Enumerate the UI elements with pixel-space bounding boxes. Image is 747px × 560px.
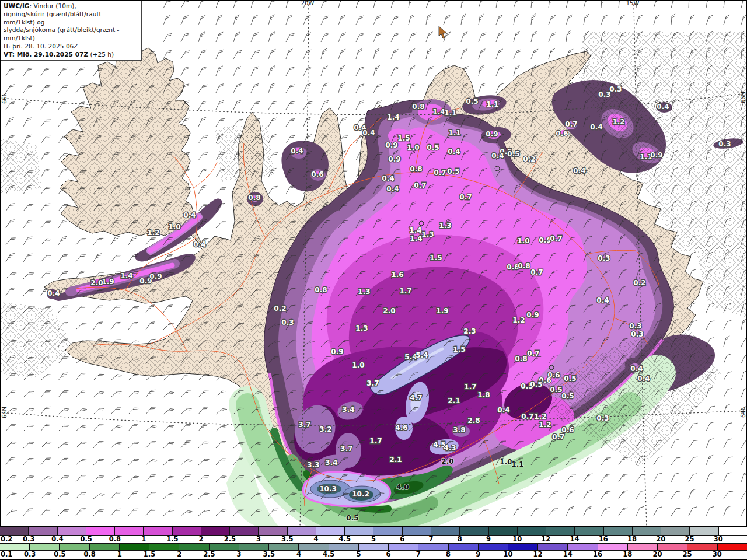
precip-value-label: 3.8: [453, 426, 465, 434]
colorbar-tick-label: 1.5: [144, 551, 155, 558]
precip-value-label: 0.5: [550, 386, 562, 394]
precip-value-label: 0.8: [248, 194, 260, 202]
snow-colorbar: [0, 543, 747, 551]
colorbar-segment: [598, 544, 627, 550]
title-line-rain: rigning/skúrir (grænt/blátt/rautt - mm/1…: [4, 10, 139, 27]
precip-value-label: 0.3: [596, 414, 609, 422]
colorbar-segment: [143, 527, 172, 535]
precip-value-label: 2.0: [383, 307, 395, 315]
title-line-model: UWC/IG: Vindur (10m),: [4, 2, 139, 10]
precip-value-label: 1.8: [477, 391, 490, 399]
precip-value-label: 0.6: [556, 130, 568, 138]
precip-value-label: 2.0: [90, 279, 103, 287]
colorbar-tick-label: 8: [458, 536, 462, 543]
colorbar-tick-label: 20: [652, 551, 662, 558]
colorbar-tick-label: 0.1: [1, 551, 12, 558]
precip-value-label: 1.4: [432, 108, 445, 116]
colorbar-segment: [179, 544, 208, 550]
latitude-label: 66N: [740, 92, 746, 103]
colorbar-tick-label: 1: [117, 551, 122, 558]
precip-value-label: 0.7: [434, 169, 446, 177]
colorbar-segment: [114, 527, 143, 535]
colorbar-segment: [574, 527, 603, 535]
precip-value-label: 1.3: [358, 288, 370, 296]
colorbar-tick-label: 14: [570, 536, 580, 543]
colorbar-tick-label: 30: [713, 551, 722, 558]
colorbar-segment: [172, 527, 201, 535]
precip-value-label: 0.9: [388, 155, 400, 163]
precip-value-label: 0.5: [564, 374, 576, 383]
colorbar-tick-label: 0.2: [1, 536, 12, 543]
colorbar-segment: [0, 527, 28, 535]
precip-value-label: 0.4: [573, 167, 585, 175]
colorbar-segment: [29, 544, 59, 550]
latitude-label: 64N: [740, 406, 746, 418]
colorbar-tick-label: 3.5: [281, 536, 293, 543]
latitude-label: 64N: [1, 407, 8, 418]
colorbar-segment: [59, 544, 89, 550]
colorbar-segment: [567, 544, 597, 550]
precip-value-label: 0.5: [466, 97, 478, 106]
precip-value-label: 0.4: [657, 103, 669, 111]
weather-map-frame: 0.40.60.80.81.41.10.51.11.40.40.41.51.10…: [0, 0, 747, 560]
colorbar-tick-label: 3: [256, 536, 261, 543]
colorbar-tick-label: 2.5: [203, 551, 215, 558]
map-svg: 0.40.60.80.81.41.10.51.11.40.40.41.51.10…: [0, 0, 747, 527]
colorbar-tick-label: 10: [512, 536, 522, 543]
precip-value-label: 1.0: [352, 361, 364, 369]
colorbar-tick-label: 20: [656, 536, 665, 543]
precip-value-label: 0.9: [650, 151, 662, 159]
precip-value-label: 0.2: [523, 155, 535, 163]
colorbar-segment: [89, 544, 119, 550]
legend-colorbars: 0.20.30.40.50.811.522.533.544.5567891012…: [0, 527, 747, 560]
colorbar-segment: [201, 527, 229, 535]
precip-value-label: 1.2: [534, 412, 546, 421]
colorbar-tick-label: 3: [237, 551, 242, 558]
colorbar-tick-label: 14: [563, 551, 573, 558]
precip-value-label: 0.2: [274, 304, 286, 313]
colorbar-segment: [239, 544, 268, 550]
colorbar-segment: [388, 544, 418, 550]
colorbar-tick-label: 0.8: [109, 536, 121, 543]
precip-value-label: 1.1: [448, 129, 460, 137]
colorbar-tick-label: 4.5: [339, 536, 351, 543]
colorbar-segment: [478, 544, 508, 550]
colorbar-tick-label: 6: [386, 551, 391, 558]
precip-value-label: 0.9: [331, 348, 343, 356]
precip-value-label: 0.4: [193, 240, 205, 249]
precip-value-label: 1.5: [453, 345, 465, 354]
colorbar-segment: [517, 527, 546, 535]
precip-value-label: 0.4: [382, 174, 394, 183]
rain-colorbar-labels: 0.20.30.40.50.811.522.533.544.5567891012…: [0, 536, 747, 543]
colorbar-segment: [209, 544, 239, 550]
title-line-valid: VT: Mið. 29.10.2025 07Z (+25 h): [4, 51, 139, 59]
colorbar-segment: [689, 527, 718, 535]
precip-value-label: 0.7: [527, 349, 539, 358]
precip-value-label: 1.4: [387, 113, 399, 121]
colorbar-tick-label: 4.5: [323, 551, 334, 558]
colorbar-segment: [57, 527, 86, 535]
precip-value-label: 0.4: [630, 365, 643, 373]
precip-value-label: 0.6: [311, 170, 323, 178]
colorbar-tick-label: 25: [685, 536, 694, 543]
precip-value-label: 4.3: [444, 444, 456, 452]
colorbar-segment: [149, 544, 179, 550]
precip-value-label: 0.4: [596, 296, 609, 304]
precip-value-label: 1.0: [407, 144, 419, 152]
colorbar-segment: [298, 544, 328, 550]
colorbar-tick-label: 0.3: [24, 551, 36, 558]
precip-value-label: 0.3: [609, 85, 622, 93]
precip-value-label: 4.7: [410, 394, 422, 402]
precip-value-label: 0.5: [507, 150, 519, 158]
precip-value-label: 2.8: [467, 416, 480, 425]
meridian-label: 15W: [626, 0, 640, 6]
precip-value-label: 0.9: [149, 272, 162, 281]
precip-value-label: 5.4: [416, 351, 428, 359]
colorbar-tick-label: 2: [177, 551, 181, 558]
precip-value-label: 0.9: [486, 130, 498, 138]
precip-value-label: 1.0: [517, 237, 529, 245]
colorbar-tick-label: 4: [314, 536, 319, 543]
colorbar-tick-label: 5: [371, 536, 376, 543]
colorbar-segment: [537, 544, 567, 550]
latitude-label: 66N: [1, 92, 8, 104]
